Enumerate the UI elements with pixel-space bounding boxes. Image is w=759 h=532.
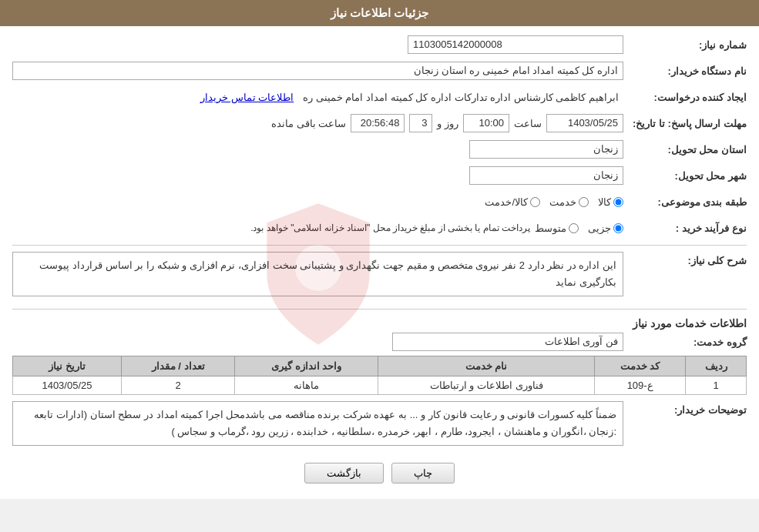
cell-kod: ع-109 [595,376,686,395]
col-tarikh: تاریخ نیاز [13,356,122,376]
ostan-tahvil-label: استان محل تحویل: [623,144,747,156]
shahr-tahvil-value: زنجان [469,166,623,185]
col-tedad: تعداد / مقدار [121,356,234,376]
cell-tedad: 2 [121,376,234,395]
col-kod: کد خدمت [595,356,686,376]
name-dastgah-value: اداره کل کمیته امداد امام خمینی ره استان… [12,62,623,80]
print-button[interactable]: چاپ [391,463,455,483]
page-wrapper: جزئیات اطلاعات نیاز شماره نیاز: 11030051… [0,0,759,499]
mohlat-remaining: 20:56:48 [351,114,405,132]
mohlat-date: 1403/05/25 [546,114,623,132]
nooe-jazii-radio[interactable] [613,223,623,233]
cell-tarikh: 1403/05/25 [13,376,122,395]
col-name: نام خدمت [378,356,595,376]
content-area: شماره نیاز: 1103005142000008 نام دستگاه … [0,26,759,499]
mohlat-time: 10:00 [463,114,509,132]
nooe-farayand-row: نوع فرآیند خرید : جزیی متوسط پرداخت تمام… [12,217,747,239]
tabaqe-kala-label: کالا [598,196,611,208]
tabaqe-kala-item: کالا [598,196,623,208]
mohlat-roz-label: روز و [437,118,458,129]
cell-name: فناوری اطلاعات و ارتباطات [378,376,595,395]
ijad-value: ابراهیم کاظمی کارشناس اداره تدارکات ادار… [298,89,623,105]
toseeh-box: ضمناً کلیه کسورات قانونی و رعایت قانون ک… [12,401,623,446]
ostan-tahvil-value: زنجان [469,140,623,159]
services-table: ردیف کد خدمت نام خدمت واحد اندازه گیری ت… [12,356,747,395]
tabaqe-khedmat-item: خدمت [549,196,589,208]
nooe-jazii-label: جزیی [588,223,611,234]
table-header: ردیف کد خدمت نام خدمت واحد اندازه گیری ت… [13,356,747,376]
button-row: چاپ بازگشت [12,463,747,483]
tabaqe-khedmat-radio[interactable] [579,197,589,207]
goroh-row: گروه خدمت: فن آوری اطلاعات [12,333,747,351]
shomare-niaz-value: 1103005142000008 [408,35,623,54]
nooe-motovaset-radio[interactable] [569,223,579,233]
mohlat-time-label: ساعت [514,118,542,129]
divider-2 [12,309,747,309]
table-body: 1ع-109فناوری اطلاعات و ارتباطاتماهانه214… [13,376,747,395]
sharh-value: این اداره در نظر دارد 2 نفر نیروی متخصص … [39,259,616,288]
sharh-box: این اداره در نظر دارد 2 نفر نیروی متخصص … [12,252,623,296]
tabaqe-kala-khedmat-item: کالا/خدمت [485,196,540,208]
toseeh-row: توضیحات خریدار: ضمناً کلیه کسورات قانونی… [12,401,747,452]
shahr-tahvil-label: شهر محل تحویل: [623,170,747,182]
back-button[interactable]: بازگشت [304,463,384,483]
tabaqe-kala-khedmat-radio[interactable] [530,197,540,207]
mohlat-roz: 3 [409,114,432,132]
cell-vahed: ماهانه [235,376,378,395]
khadamat-section-title: اطلاعات خدمات مورد نیاز [12,317,747,330]
goroh-value: فن آوری اطلاعات [392,333,623,351]
nooe-farayand-label: نوع فرآیند خرید : [623,223,747,234]
shomare-niaz-label: شماره نیاز: [623,39,747,51]
nooe-farayand-group: جزیی متوسط پرداخت تمام یا بخشی از مبلغ خ… [12,223,623,234]
mohlat-row: مهلت ارسال پاسخ: تا تاریخ: 1403/05/25 سا… [12,112,747,134]
divider-1 [12,245,747,246]
tabaqe-label: طبقه بندی موضوعی: [623,196,747,208]
nooe-motovaset-item: متوسط [535,223,579,234]
ijad-row: ایجاد کننده درخواست: ابراهیم کاظمی کارشن… [12,86,747,108]
nooe-jazii-item: جزیی [588,223,623,234]
sharh-row: شرح کلی نیاز: این اداره در نظر دارد 2 نف… [12,252,747,303]
shomare-niaz-row: شماره نیاز: 1103005142000008 [12,34,747,55]
cell-radif: 1 [686,376,747,395]
tabaqe-row: طبقه بندی موضوعی: کالا خدمت کالا/خدمت [12,191,747,212]
tabaqe-khedmat-label: خدمت [549,196,576,208]
ijad-link[interactable]: اطلاعات تماس خریدار [200,92,294,103]
table-row: 1ع-109فناوری اطلاعات و ارتباطاتماهانه214… [13,376,747,395]
nooe-options: جزیی متوسط [535,223,623,234]
sharh-label: شرح کلی نیاز: [623,252,747,266]
toseeh-label: توضیحات خریدار: [623,401,747,416]
nooe-motovaset-label: متوسط [535,223,566,234]
col-vahed: واحد اندازه گیری [235,356,378,376]
col-radif: ردیف [686,356,747,376]
nooe-description: پرداخت تمام یا بخشی از مبلغ خریداز محل "… [250,223,530,233]
page-title: جزئیات اطلاعات نیاز [331,6,428,19]
page-header: جزئیات اطلاعات نیاز [0,0,759,26]
ostan-tahvil-row: استان محل تحویل: زنجان [12,139,747,160]
tabaqe-kala-khedmat-label: کالا/خدمت [485,196,528,208]
mohlat-remaining-label: ساعت باقی مانده [271,118,346,129]
name-dastgah-row: نام دستگاه خریدار: اداره کل کمیته امداد … [12,60,747,82]
ijad-label: ایجاد کننده درخواست: [623,92,747,103]
mohlat-label: مهلت ارسال پاسخ: تا تاریخ: [623,118,747,129]
shahr-tahvil-row: شهر محل تحویل: زنجان [12,165,747,186]
tabaqe-kala-radio[interactable] [613,197,623,207]
mohlat-group: 1403/05/25 ساعت 10:00 روز و 3 20:56:48 س… [12,114,623,132]
goroh-label: گروه خدمت: [623,336,747,348]
toseeh-value: ضمناً کلیه کسورات قانونی و رعایت قانون ک… [34,409,616,437]
name-dastgah-label: نام دستگاه خریدار: [623,65,747,77]
tabaqe-options: کالا خدمت کالا/خدمت [485,196,623,208]
table-header-row: ردیف کد خدمت نام خدمت واحد اندازه گیری ت… [13,356,747,376]
